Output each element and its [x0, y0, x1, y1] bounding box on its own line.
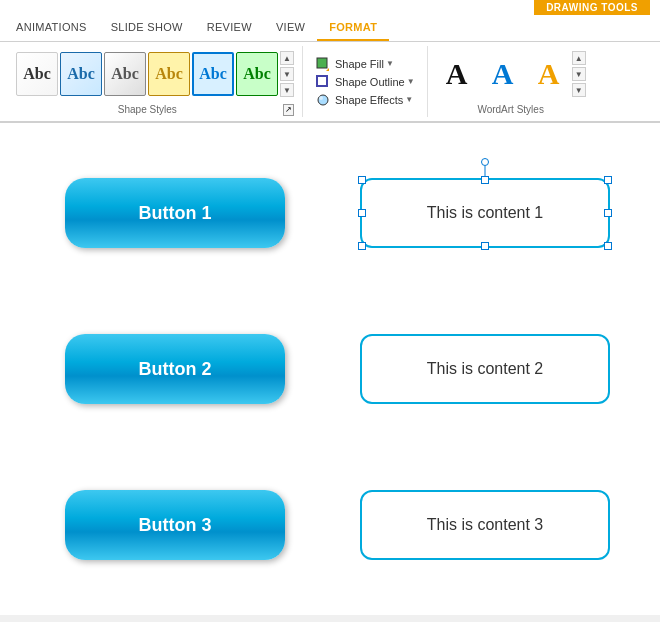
- content-cell-2: This is content 2: [350, 334, 620, 404]
- drawing-tools-tab: DRAWING TOOLS: [0, 0, 660, 15]
- style-scroll-down[interactable]: ▼: [280, 67, 294, 81]
- svg-rect-0: [317, 58, 327, 68]
- handle-ml-1[interactable]: [358, 209, 366, 217]
- wordart-label: WordArt Styles: [436, 102, 586, 117]
- button-cell-3: Button 3: [40, 490, 310, 560]
- shape-outline-chevron: ▼: [407, 77, 415, 86]
- shape-effects-chevron: ▼: [405, 95, 413, 104]
- wordart-scroll-down[interactable]: ▼: [572, 67, 586, 81]
- tab-animations[interactable]: ANIMATIONS: [4, 15, 99, 41]
- shape-effects-icon: [315, 92, 331, 108]
- svg-point-3: [319, 96, 323, 100]
- slide-button-1[interactable]: Button 1: [65, 178, 285, 248]
- shape-styles-section: Abc Abc Abc Abc Abc Abc ▲ ▼ ▼ Shape Styl…: [8, 46, 303, 117]
- ribbon: DRAWING TOOLS ANIMATIONS SLIDE SHOW REVI…: [0, 0, 660, 123]
- shape-styles-label: Shape Styles: [16, 102, 279, 117]
- content-box-2[interactable]: This is content 2: [360, 334, 610, 404]
- shape-style-btn-1[interactable]: Abc: [16, 52, 58, 96]
- wordart-btn-blue[interactable]: A: [482, 52, 524, 96]
- tab-format[interactable]: FORMAT: [317, 15, 389, 41]
- tab-slideshow[interactable]: SLIDE SHOW: [99, 15, 195, 41]
- wordart-scroll-more[interactable]: ▼: [572, 83, 586, 97]
- handle-bc-1[interactable]: [481, 242, 489, 250]
- content-cell-1: This is content 1: [350, 178, 620, 248]
- content-box-1-wrapper: This is content 1: [360, 178, 610, 248]
- shape-outline-icon: [315, 74, 331, 90]
- handle-tl-1[interactable]: [358, 176, 366, 184]
- wordart-footer: WordArt Styles: [436, 102, 586, 117]
- wordart-scroll-up[interactable]: ▲: [572, 51, 586, 65]
- style-scroll-more[interactable]: ▼: [280, 83, 294, 97]
- style-buttons: Abc Abc Abc Abc Abc Abc: [16, 52, 278, 96]
- handle-tr-1[interactable]: [604, 176, 612, 184]
- svg-rect-1: [317, 76, 327, 86]
- wordart-btn-black[interactable]: A: [436, 52, 478, 96]
- slide-button-3[interactable]: Button 3: [65, 490, 285, 560]
- shape-style-btn-4[interactable]: Abc: [148, 52, 190, 96]
- svg-point-2: [318, 95, 328, 105]
- shape-outline-label: Shape Outline: [335, 76, 405, 88]
- shape-styles-expand[interactable]: ↗: [283, 104, 294, 116]
- style-scroll-up[interactable]: ▲: [280, 51, 294, 65]
- handle-bl-1[interactable]: [358, 242, 366, 250]
- shape-style-btn-6[interactable]: Abc: [236, 52, 278, 96]
- style-scroll: ▲ ▼ ▼: [280, 51, 294, 97]
- tab-view[interactable]: VIEW: [264, 15, 317, 41]
- rotate-handle-1[interactable]: [481, 158, 489, 166]
- drawing-tools-buttons-section: Shape Fill ▼ Shape Outline ▼: [303, 46, 428, 117]
- slide-content: Button 1 This is content 1 Button 2: [0, 123, 660, 615]
- slide-button-2[interactable]: Button 2: [65, 334, 285, 404]
- wordart-btn-orange[interactable]: A: [528, 52, 570, 96]
- wordart-content: A A A ▲ ▼ ▼: [436, 46, 586, 102]
- shape-fill-chevron: ▼: [386, 59, 394, 68]
- shape-style-btn-5[interactable]: Abc: [192, 52, 234, 96]
- shape-effects-btn[interactable]: Shape Effects ▼: [311, 91, 419, 109]
- handle-tc-1[interactable]: [481, 176, 489, 184]
- shape-outline-btn[interactable]: Shape Outline ▼: [311, 73, 419, 91]
- content-box-1[interactable]: This is content 1: [360, 178, 610, 248]
- tab-review[interactable]: REVIEW: [195, 15, 264, 41]
- wordart-scroll: ▲ ▼ ▼: [572, 51, 586, 97]
- shape-style-btn-2[interactable]: Abc: [60, 52, 102, 96]
- ribbon-content: Abc Abc Abc Abc Abc Abc ▲ ▼ ▼ Shape Styl…: [0, 42, 660, 122]
- shape-styles-footer: Shape Styles ↗: [16, 102, 294, 117]
- content-cell-3: This is content 3: [350, 490, 620, 560]
- button-cell-2: Button 2: [40, 334, 310, 404]
- drawing-tools-label: DRAWING TOOLS: [534, 0, 650, 15]
- wordart-buttons: A A A: [436, 52, 570, 96]
- handle-br-1[interactable]: [604, 242, 612, 250]
- handle-mr-1[interactable]: [604, 209, 612, 217]
- ribbon-tabs: ANIMATIONS SLIDE SHOW REVIEW VIEW FORMAT: [0, 15, 660, 42]
- shape-fill-icon: [315, 56, 331, 72]
- shape-fill-btn[interactable]: Shape Fill ▼: [311, 55, 419, 73]
- shape-styles-content: Abc Abc Abc Abc Abc Abc ▲ ▼ ▼: [16, 46, 294, 102]
- shape-effects-label: Shape Effects: [335, 94, 403, 106]
- wordart-section: A A A ▲ ▼ ▼ WordArt Styles: [428, 46, 594, 117]
- button-cell-1: Button 1: [40, 178, 310, 248]
- content-box-3[interactable]: This is content 3: [360, 490, 610, 560]
- shape-style-btn-3[interactable]: Abc: [104, 52, 146, 96]
- shape-fill-label: Shape Fill: [335, 58, 384, 70]
